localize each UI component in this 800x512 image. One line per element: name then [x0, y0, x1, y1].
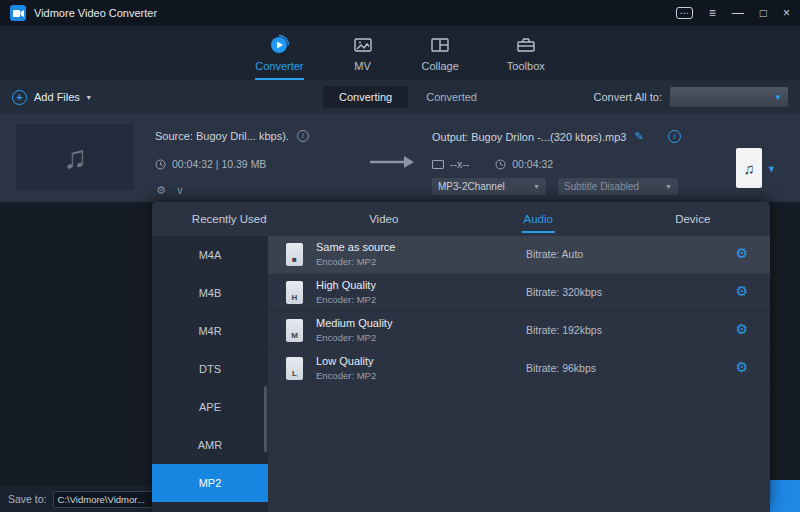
- maximize-icon[interactable]: □: [760, 7, 767, 19]
- source-info-icon[interactable]: i: [297, 130, 309, 142]
- convert-all-to-group: Convert All to: ▼: [594, 87, 788, 107]
- popup-tab-device[interactable]: Device: [616, 202, 771, 236]
- output-format-caret-icon[interactable]: ▼: [767, 164, 776, 174]
- profile-encoder: Encoder: MP2: [316, 256, 376, 267]
- tab-collage[interactable]: Collage: [422, 34, 459, 80]
- source-thumbnail: ♫: [16, 124, 134, 190]
- format-item-dts[interactable]: DTS: [152, 350, 268, 388]
- tab-converter[interactable]: Converter: [255, 34, 303, 80]
- tab-toolbox-label: Toolbox: [507, 60, 545, 72]
- clock-icon: [155, 159, 166, 170]
- app-window: Vidmore Video Converter ⋯ ≡ — □ × Conver…: [0, 0, 800, 512]
- profile-list: ■ Same as source Encoder: MP2 Bitrate: A…: [268, 236, 770, 512]
- profile-name: Low Quality: [316, 355, 373, 367]
- source-filename: Source: Bugoy Dril... kbps).: [155, 130, 289, 142]
- add-files-caret-icon: ▾: [87, 93, 91, 102]
- mv-icon: [352, 34, 374, 56]
- tab-converted[interactable]: Converted: [426, 91, 477, 103]
- profile-settings-gear-icon[interactable]: ⚙: [735, 283, 748, 299]
- source-gear-icon[interactable]: ⚙: [156, 184, 166, 197]
- output-info-icon[interactable]: i: [668, 130, 681, 143]
- profile-row-high-quality[interactable]: H High Quality Encoder: MP2 Bitrate: 320…: [268, 274, 770, 312]
- music-note-icon: ♫: [63, 139, 87, 176]
- sidebar-scrollbar[interactable]: [264, 386, 267, 452]
- format-item-m4b[interactable]: M4B: [152, 274, 268, 312]
- popup-tab-recently-used[interactable]: Recently Used: [152, 202, 307, 236]
- output-info: Output: Bugoy Drilon -...(320 kbps).mp3 …: [432, 130, 644, 143]
- profile-settings-gear-icon[interactable]: ⚙: [735, 321, 748, 337]
- profile-file-icon: H: [286, 281, 303, 304]
- file-row: ♫ Source: Bugoy Dril... kbps). i 00:04:3…: [0, 114, 800, 202]
- main-nav: Converter MV Collage Toolbox: [0, 26, 800, 80]
- format-sidebar: M4A M4B M4R DTS APE AMR MP2: [152, 236, 268, 512]
- tab-converting[interactable]: Converting: [323, 86, 408, 108]
- source-duration-size: 00:04:32 | 10.39 MB: [172, 158, 266, 170]
- converter-icon: [268, 34, 290, 56]
- convert-arrow-icon: [368, 154, 416, 174]
- output-format-thumbnail[interactable]: ♫: [736, 148, 762, 188]
- profile-name: High Quality: [316, 279, 376, 291]
- profile-badge: L: [292, 368, 297, 380]
- format-item-ape[interactable]: APE: [152, 388, 268, 426]
- profile-name: Same as source: [316, 241, 395, 253]
- format-caret-icon: ▼: [533, 183, 540, 190]
- format-dropdown-value: MP3-2Channel: [438, 181, 528, 192]
- format-item-m4a[interactable]: M4A: [152, 236, 268, 274]
- format-item-amr[interactable]: AMR: [152, 426, 268, 464]
- convert-all-button[interactable]: [770, 480, 800, 512]
- tab-collage-label: Collage: [422, 60, 459, 72]
- profile-settings-gear-icon[interactable]: ⚙: [735, 359, 748, 375]
- profile-bitrate: Bitrate: 320kbps: [526, 286, 602, 298]
- popup-tab-audio[interactable]: Audio: [461, 202, 616, 236]
- menu-icon[interactable]: ≡: [709, 7, 716, 19]
- tab-mv[interactable]: MV: [352, 34, 374, 80]
- source-meta: 00:04:32 | 10.39 MB: [155, 158, 266, 170]
- feedback-icon[interactable]: ⋯: [676, 7, 693, 19]
- profile-settings-gear-icon[interactable]: ⚙: [735, 245, 748, 261]
- convert-all-caret-icon: ▼: [774, 93, 782, 102]
- profile-file-icon: M: [286, 319, 303, 342]
- close-icon[interactable]: ×: [783, 7, 790, 19]
- profile-row-low-quality[interactable]: L Low Quality Encoder: MP2 Bitrate: 96kb…: [268, 350, 770, 388]
- subtitle-caret-icon: ▼: [665, 183, 672, 190]
- toolbox-icon: [515, 34, 537, 56]
- popup-tab-video[interactable]: Video: [307, 202, 462, 236]
- format-popup: Recently Used Video Audio Device M4A M4B…: [152, 202, 770, 512]
- popup-tab-audio-label: Audio: [522, 205, 555, 233]
- add-files-button[interactable]: + Add Files ▾: [12, 90, 91, 105]
- save-path-field[interactable]: C:\Vidmore\Vidmor...: [53, 491, 163, 508]
- toolbar: + Add Files ▾ Converting Converted Conve…: [0, 80, 800, 114]
- output-duration: 00:04:32: [512, 158, 553, 170]
- convert-all-to-dropdown[interactable]: ▼: [670, 87, 788, 107]
- format-item-m4r[interactable]: M4R: [152, 312, 268, 350]
- titlebar: Vidmore Video Converter ⋯ ≡ — □ ×: [0, 0, 800, 26]
- profile-name: Medium Quality: [316, 317, 392, 329]
- subtitle-dropdown[interactable]: Subtitle Disabled ▼: [558, 178, 678, 195]
- profile-badge: M: [291, 330, 298, 342]
- source-chevron-icon[interactable]: ∨: [176, 184, 184, 197]
- profile-file-icon: ■: [286, 243, 303, 266]
- tab-mv-label: MV: [354, 60, 371, 72]
- profile-badge: ■: [292, 254, 297, 266]
- profile-file-icon: L: [286, 357, 303, 380]
- source-info: Source: Bugoy Dril... kbps). i: [155, 130, 309, 142]
- music-note-icon: ♫: [743, 160, 754, 177]
- profile-encoder: Encoder: MP2: [316, 294, 376, 305]
- profile-badge: H: [292, 292, 298, 304]
- output-resolution: --x--: [450, 158, 469, 170]
- tab-converter-label: Converter: [255, 60, 303, 72]
- minimize-icon[interactable]: —: [732, 7, 744, 19]
- subtitle-dropdown-value: Subtitle Disabled: [564, 181, 660, 192]
- titlebar-controls: ⋯ ≡ — □ ×: [676, 7, 790, 19]
- edit-output-icon[interactable]: ✎: [634, 130, 643, 143]
- profile-row-same-as-source[interactable]: ■ Same as source Encoder: MP2 Bitrate: A…: [268, 236, 770, 274]
- add-files-label: Add Files: [34, 91, 80, 103]
- save-to-label: Save to:: [8, 493, 47, 505]
- format-dropdown[interactable]: MP3-2Channel ▼: [432, 178, 546, 195]
- tab-toolbox[interactable]: Toolbox: [507, 34, 545, 80]
- plus-icon: +: [12, 90, 27, 105]
- format-popup-tabs: Recently Used Video Audio Device: [152, 202, 770, 236]
- collage-icon: [429, 34, 451, 56]
- profile-row-medium-quality[interactable]: M Medium Quality Encoder: MP2 Bitrate: 1…: [268, 312, 770, 350]
- format-item-mp2[interactable]: MP2: [152, 464, 268, 502]
